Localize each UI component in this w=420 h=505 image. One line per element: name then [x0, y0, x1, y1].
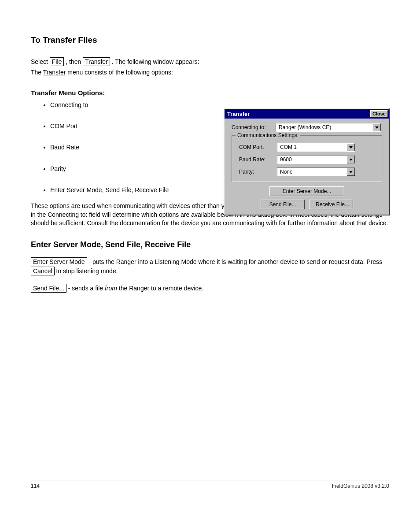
enter-server-mode-desc-pre: - puts the Ranger into a Listening Mode … — [88, 258, 382, 265]
send-file-row: Send File... - sends a file from the Ran… — [31, 284, 392, 293]
baud-rate-dropdown[interactable]: 9600 — [277, 155, 355, 164]
chevron-down-icon[interactable] — [347, 156, 355, 163]
list-item: COM Port — [50, 122, 220, 130]
list-item: Baud Rate — [50, 143, 220, 151]
intro-text-pre: Select — [31, 58, 50, 65]
baud-rate-value: 9600 — [277, 156, 347, 163]
subsection-title: Enter Server Mode, Send File, Receive Fi… — [31, 240, 389, 249]
chevron-down-icon[interactable] — [347, 168, 355, 176]
intro-text-post: . The following window appears: — [112, 58, 199, 65]
intro-line-2: The Transfer menu consists of the follow… — [31, 69, 389, 76]
send-file-desc-pre: - sends a file — [68, 285, 105, 292]
send-file-italic: from — [105, 285, 117, 292]
transfer-dialog: Transfer Close Connecting to: Ranger (Wi… — [224, 108, 390, 215]
receive-file-dialog-button[interactable]: Receive File... — [309, 200, 353, 209]
menu-options-heading: Transfer Menu Options: — [31, 89, 220, 97]
connecting-to-value: Ranger (Windows CE) — [276, 123, 373, 131]
parity-label: Parity: — [238, 169, 277, 175]
list-item: Connecting to — [50, 101, 220, 109]
baud-rate-label: Baud Rate: — [238, 156, 277, 163]
section-title: To Transfer Files — [31, 35, 389, 45]
dialog-title: Transfer — [227, 111, 250, 117]
com-port-value: COM 1 — [277, 143, 347, 151]
communications-settings-group: Communications Settings: COM Port: COM 1… — [232, 135, 382, 182]
send-file-dialog-button[interactable]: Send File... — [261, 200, 305, 209]
cancel-button[interactable]: Cancel — [31, 267, 55, 275]
intro2-pre: The — [31, 69, 43, 76]
enter-server-mode-row: Enter Server Mode - puts the Ranger into… — [31, 257, 392, 276]
intro-line-1: Select File , then Transfer . The follow… — [31, 57, 389, 66]
enter-server-mode-dialog-button[interactable]: Enter Server Mode... — [269, 186, 344, 196]
transfer-button[interactable]: Transfer — [83, 57, 110, 66]
page-number: 114 — [31, 483, 40, 489]
parity-dropdown[interactable]: None — [277, 167, 355, 176]
list-item: Enter Server Mode, Send File, Receive Fi… — [50, 186, 220, 194]
menu-options-list: Connecting to COM Port Baud Rate Parity … — [31, 101, 220, 194]
send-file-desc-post: the Ranger to a remote device. — [119, 285, 203, 292]
dialog-titlebar: Transfer Close — [225, 109, 389, 119]
intro2-post: menu consists of the following options: — [67, 69, 173, 76]
parity-value: None — [277, 168, 347, 176]
chevron-down-icon[interactable] — [347, 143, 355, 151]
footer-version: FieldGenius 2008 v3.2.0 — [332, 483, 389, 489]
list-item: Parity — [50, 165, 220, 173]
send-file-button[interactable]: Send File... — [31, 284, 66, 293]
group-title: Communications Settings: — [236, 132, 300, 138]
dialog-body: Connecting to: Ranger (Windows CE) Commu… — [225, 119, 389, 215]
transfer-link[interactable]: Transfer — [43, 69, 66, 76]
intro-text-mid: , then — [66, 58, 83, 65]
com-port-dropdown[interactable]: COM 1 — [277, 143, 355, 152]
connecting-to-dropdown[interactable]: Ranger (Windows CE) — [276, 123, 381, 132]
dialog-close-button[interactable]: Close — [370, 110, 388, 117]
enter-server-mode-desc-post: to stop listening mode. — [56, 267, 118, 275]
enter-server-mode-button[interactable]: Enter Server Mode — [31, 257, 87, 266]
page-footer: 114 FieldGenius 2008 v3.2.0 — [31, 480, 389, 489]
chevron-down-icon[interactable] — [373, 123, 381, 131]
file-button[interactable]: File — [50, 57, 64, 66]
connecting-to-label: Connecting to: — [232, 124, 276, 130]
com-port-label: COM Port: — [238, 144, 277, 150]
